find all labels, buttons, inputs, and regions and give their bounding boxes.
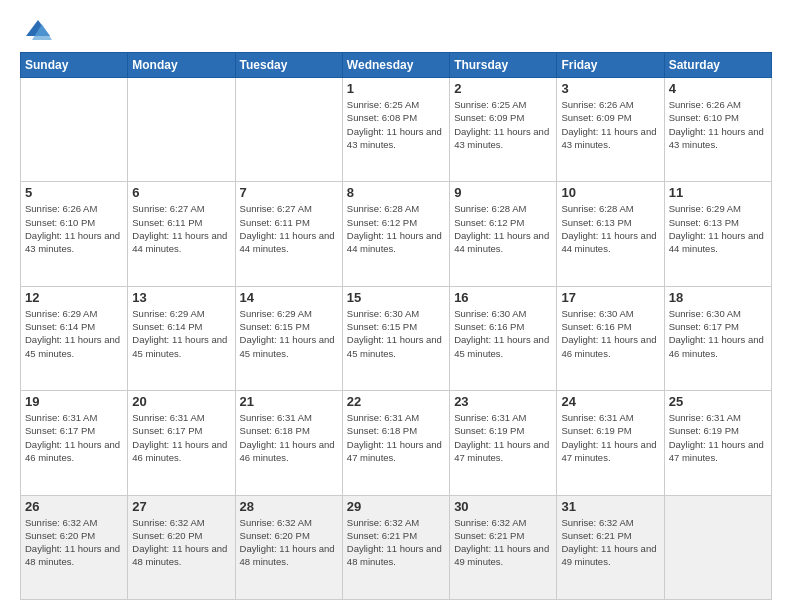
calendar-cell: 9Sunrise: 6:28 AM Sunset: 6:12 PM Daylig… (450, 182, 557, 286)
day-number: 25 (669, 394, 767, 409)
day-info: Sunrise: 6:28 AM Sunset: 6:12 PM Dayligh… (347, 202, 445, 255)
calendar-cell: 22Sunrise: 6:31 AM Sunset: 6:18 PM Dayli… (342, 391, 449, 495)
calendar-cell (664, 495, 771, 599)
calendar-cell: 23Sunrise: 6:31 AM Sunset: 6:19 PM Dayli… (450, 391, 557, 495)
calendar-cell: 24Sunrise: 6:31 AM Sunset: 6:19 PM Dayli… (557, 391, 664, 495)
calendar-cell: 6Sunrise: 6:27 AM Sunset: 6:11 PM Daylig… (128, 182, 235, 286)
calendar-cell: 29Sunrise: 6:32 AM Sunset: 6:21 PM Dayli… (342, 495, 449, 599)
day-of-week-header: Wednesday (342, 53, 449, 78)
calendar-cell: 13Sunrise: 6:29 AM Sunset: 6:14 PM Dayli… (128, 286, 235, 390)
day-info: Sunrise: 6:32 AM Sunset: 6:21 PM Dayligh… (561, 516, 659, 569)
calendar-cell: 12Sunrise: 6:29 AM Sunset: 6:14 PM Dayli… (21, 286, 128, 390)
day-number: 26 (25, 499, 123, 514)
day-number: 4 (669, 81, 767, 96)
day-of-week-header: Thursday (450, 53, 557, 78)
day-number: 22 (347, 394, 445, 409)
calendar-week-row: 5Sunrise: 6:26 AM Sunset: 6:10 PM Daylig… (21, 182, 772, 286)
day-of-week-header: Saturday (664, 53, 771, 78)
day-number: 2 (454, 81, 552, 96)
calendar-table: SundayMondayTuesdayWednesdayThursdayFrid… (20, 52, 772, 600)
day-number: 10 (561, 185, 659, 200)
day-info: Sunrise: 6:31 AM Sunset: 6:17 PM Dayligh… (25, 411, 123, 464)
calendar-cell: 21Sunrise: 6:31 AM Sunset: 6:18 PM Dayli… (235, 391, 342, 495)
day-info: Sunrise: 6:30 AM Sunset: 6:16 PM Dayligh… (454, 307, 552, 360)
day-number: 30 (454, 499, 552, 514)
day-info: Sunrise: 6:30 AM Sunset: 6:15 PM Dayligh… (347, 307, 445, 360)
calendar-week-row: 26Sunrise: 6:32 AM Sunset: 6:20 PM Dayli… (21, 495, 772, 599)
day-info: Sunrise: 6:30 AM Sunset: 6:17 PM Dayligh… (669, 307, 767, 360)
day-number: 3 (561, 81, 659, 96)
day-info: Sunrise: 6:31 AM Sunset: 6:18 PM Dayligh… (240, 411, 338, 464)
day-number: 12 (25, 290, 123, 305)
logo (20, 16, 52, 44)
calendar-cell: 1Sunrise: 6:25 AM Sunset: 6:08 PM Daylig… (342, 78, 449, 182)
calendar-cell: 19Sunrise: 6:31 AM Sunset: 6:17 PM Dayli… (21, 391, 128, 495)
day-number: 16 (454, 290, 552, 305)
day-info: Sunrise: 6:26 AM Sunset: 6:10 PM Dayligh… (25, 202, 123, 255)
day-number: 7 (240, 185, 338, 200)
day-info: Sunrise: 6:31 AM Sunset: 6:17 PM Dayligh… (132, 411, 230, 464)
day-info: Sunrise: 6:27 AM Sunset: 6:11 PM Dayligh… (240, 202, 338, 255)
day-info: Sunrise: 6:32 AM Sunset: 6:20 PM Dayligh… (25, 516, 123, 569)
calendar-cell: 20Sunrise: 6:31 AM Sunset: 6:17 PM Dayli… (128, 391, 235, 495)
calendar-cell (235, 78, 342, 182)
calendar-cell: 10Sunrise: 6:28 AM Sunset: 6:13 PM Dayli… (557, 182, 664, 286)
calendar-cell: 26Sunrise: 6:32 AM Sunset: 6:20 PM Dayli… (21, 495, 128, 599)
day-info: Sunrise: 6:32 AM Sunset: 6:21 PM Dayligh… (347, 516, 445, 569)
calendar-header-row: SundayMondayTuesdayWednesdayThursdayFrid… (21, 53, 772, 78)
day-number: 21 (240, 394, 338, 409)
day-info: Sunrise: 6:26 AM Sunset: 6:10 PM Dayligh… (669, 98, 767, 151)
day-number: 18 (669, 290, 767, 305)
calendar-cell: 4Sunrise: 6:26 AM Sunset: 6:10 PM Daylig… (664, 78, 771, 182)
calendar-week-row: 1Sunrise: 6:25 AM Sunset: 6:08 PM Daylig… (21, 78, 772, 182)
logo-icon (24, 16, 52, 44)
calendar-cell: 31Sunrise: 6:32 AM Sunset: 6:21 PM Dayli… (557, 495, 664, 599)
day-info: Sunrise: 6:29 AM Sunset: 6:13 PM Dayligh… (669, 202, 767, 255)
day-info: Sunrise: 6:28 AM Sunset: 6:13 PM Dayligh… (561, 202, 659, 255)
day-info: Sunrise: 6:27 AM Sunset: 6:11 PM Dayligh… (132, 202, 230, 255)
calendar-cell: 14Sunrise: 6:29 AM Sunset: 6:15 PM Dayli… (235, 286, 342, 390)
day-of-week-header: Monday (128, 53, 235, 78)
day-number: 15 (347, 290, 445, 305)
day-number: 1 (347, 81, 445, 96)
calendar-cell (128, 78, 235, 182)
day-info: Sunrise: 6:30 AM Sunset: 6:16 PM Dayligh… (561, 307, 659, 360)
calendar-cell: 28Sunrise: 6:32 AM Sunset: 6:20 PM Dayli… (235, 495, 342, 599)
calendar-cell: 27Sunrise: 6:32 AM Sunset: 6:20 PM Dayli… (128, 495, 235, 599)
calendar-cell: 18Sunrise: 6:30 AM Sunset: 6:17 PM Dayli… (664, 286, 771, 390)
day-number: 29 (347, 499, 445, 514)
day-number: 6 (132, 185, 230, 200)
day-number: 27 (132, 499, 230, 514)
calendar-cell: 5Sunrise: 6:26 AM Sunset: 6:10 PM Daylig… (21, 182, 128, 286)
day-of-week-header: Tuesday (235, 53, 342, 78)
day-number: 31 (561, 499, 659, 514)
day-number: 19 (25, 394, 123, 409)
page: SundayMondayTuesdayWednesdayThursdayFrid… (0, 0, 792, 612)
calendar-cell: 7Sunrise: 6:27 AM Sunset: 6:11 PM Daylig… (235, 182, 342, 286)
day-of-week-header: Sunday (21, 53, 128, 78)
day-number: 28 (240, 499, 338, 514)
day-info: Sunrise: 6:25 AM Sunset: 6:08 PM Dayligh… (347, 98, 445, 151)
calendar-cell: 8Sunrise: 6:28 AM Sunset: 6:12 PM Daylig… (342, 182, 449, 286)
day-number: 8 (347, 185, 445, 200)
calendar-week-row: 19Sunrise: 6:31 AM Sunset: 6:17 PM Dayli… (21, 391, 772, 495)
calendar-cell: 15Sunrise: 6:30 AM Sunset: 6:15 PM Dayli… (342, 286, 449, 390)
day-info: Sunrise: 6:32 AM Sunset: 6:21 PM Dayligh… (454, 516, 552, 569)
calendar-cell: 16Sunrise: 6:30 AM Sunset: 6:16 PM Dayli… (450, 286, 557, 390)
calendar-cell: 11Sunrise: 6:29 AM Sunset: 6:13 PM Dayli… (664, 182, 771, 286)
day-number: 9 (454, 185, 552, 200)
day-info: Sunrise: 6:26 AM Sunset: 6:09 PM Dayligh… (561, 98, 659, 151)
day-number: 14 (240, 290, 338, 305)
day-info: Sunrise: 6:32 AM Sunset: 6:20 PM Dayligh… (240, 516, 338, 569)
day-info: Sunrise: 6:29 AM Sunset: 6:15 PM Dayligh… (240, 307, 338, 360)
day-number: 20 (132, 394, 230, 409)
day-info: Sunrise: 6:32 AM Sunset: 6:20 PM Dayligh… (132, 516, 230, 569)
day-info: Sunrise: 6:29 AM Sunset: 6:14 PM Dayligh… (132, 307, 230, 360)
calendar-cell: 25Sunrise: 6:31 AM Sunset: 6:19 PM Dayli… (664, 391, 771, 495)
calendar-cell: 2Sunrise: 6:25 AM Sunset: 6:09 PM Daylig… (450, 78, 557, 182)
day-of-week-header: Friday (557, 53, 664, 78)
day-number: 11 (669, 185, 767, 200)
day-number: 13 (132, 290, 230, 305)
day-number: 24 (561, 394, 659, 409)
day-info: Sunrise: 6:31 AM Sunset: 6:18 PM Dayligh… (347, 411, 445, 464)
